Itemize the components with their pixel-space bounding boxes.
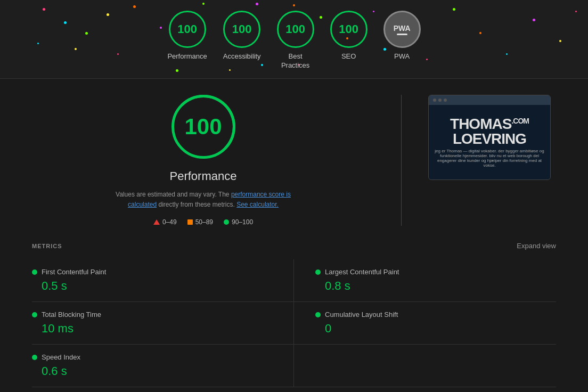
pwa-label: PWA [394, 52, 410, 61]
score-performance[interactable]: 100 Performance [167, 11, 207, 61]
screenshot-bar [429, 95, 550, 105]
score-seo[interactable]: 100 SEO [330, 11, 368, 61]
metric-cls: Cumulative Layout Shift 0 [294, 302, 556, 345]
legend-green: 90–100 [224, 218, 253, 226]
best-practices-circle: 100 [277, 11, 314, 48]
pwa-dash [397, 34, 407, 35]
red-triangle-icon [153, 219, 160, 225]
browser-dot-3 [444, 99, 447, 102]
perf-title: Performance [170, 169, 237, 183]
left-panel: 100 Performance Values are estimated and… [32, 95, 374, 226]
browser-dot-1 [433, 99, 436, 102]
main-content: 100 Performance Values are estimated and… [0, 79, 588, 392]
screenshot-content: THOMAS.COM LOEVRING jeg er Thomas — digi… [429, 105, 550, 179]
seo-label: SEO [341, 52, 356, 61]
brand-display: THOMAS.COM LOEVRING jeg er Thomas — digi… [434, 117, 545, 168]
brand-name-line1: THOMAS.COM [434, 117, 545, 132]
green-dot-icon [224, 219, 229, 225]
metric-empty [294, 345, 556, 387]
score-best-practices[interactable]: 100 BestPractices [277, 11, 314, 70]
accessibility-circle: 100 [223, 11, 260, 48]
screenshot-frame: THOMAS.COM LOEVRING jeg er Thomas — digi… [428, 95, 551, 180]
metrics-section: METRICS Expand view First Contentful Pai… [32, 242, 556, 387]
seo-circle: 100 [330, 11, 368, 48]
metric-tbt-value: 10 ms [32, 322, 272, 336]
big-score-circle: 100 [172, 95, 235, 159]
accessibility-label: Accessibility [223, 52, 261, 61]
legend: 0–49 50–89 90–100 [153, 218, 253, 226]
metric-si-value: 0.6 s [32, 364, 272, 378]
best-practices-label: BestPractices [281, 52, 309, 70]
screenshot-panel: THOMAS.COM LOEVRING jeg er Thomas — digi… [428, 95, 556, 180]
metric-lcp-dot [315, 270, 321, 275]
score-pwa[interactable]: PWA PWA [383, 11, 421, 61]
metric-cls-dot [315, 312, 321, 317]
performance-circle: 100 [169, 11, 206, 48]
metric-fcp-value: 0.5 s [32, 279, 272, 293]
metric-fcp-dot [32, 270, 37, 275]
metric-tbt: Total Blocking Time 10 ms [32, 302, 294, 345]
metric-si: Speed Index 0.6 s [32, 345, 294, 387]
legend-green-range: 90–100 [232, 218, 253, 226]
metric-lcp: Largest Contentful Paint 0.8 s [294, 259, 556, 302]
top-section: 100 Performance Values are estimated and… [32, 95, 556, 226]
calculator-link[interactable]: See calculator. [236, 201, 279, 208]
legend-red: 0–49 [153, 218, 177, 226]
perf-desc-prefix: Values are estimated and may vary. The [116, 191, 229, 198]
metric-fcp-label: First Contentful Paint [42, 268, 106, 276]
metric-lcp-label: Largest Contentful Paint [325, 268, 399, 276]
legend-orange-range: 50–89 [195, 218, 213, 226]
metric-si-dot [32, 355, 37, 360]
metric-tbt-label: Total Blocking Time [42, 311, 101, 318]
metric-cls-label: Cumulative Layout Shift [325, 311, 398, 318]
vertical-divider [401, 95, 402, 226]
perf-description: Values are estimated and may vary. The p… [113, 190, 294, 210]
legend-orange: 50–89 [187, 218, 213, 226]
expand-view-button[interactable]: Expand view [517, 242, 556, 250]
perf-desc-mid: directly from these metrics. [158, 201, 234, 208]
browser-dot-2 [438, 99, 442, 102]
pwa-circle: PWA [383, 11, 421, 48]
metrics-grid: First Contentful Paint 0.5 s Largest Con… [32, 259, 556, 387]
metric-si-label: Speed Index [42, 353, 80, 361]
metric-tbt-dot [32, 312, 37, 317]
metric-fcp: First Contentful Paint 0.5 s [32, 259, 294, 302]
score-accessibility[interactable]: 100 Accessibility [223, 11, 261, 61]
legend-red-range: 0–49 [162, 218, 177, 226]
metrics-title: METRICS [32, 243, 62, 249]
header: 100 Performance 100 Accessibility 100 Be… [0, 0, 588, 79]
orange-square-icon [187, 219, 193, 225]
performance-label: Performance [167, 52, 207, 61]
metrics-header: METRICS Expand view [32, 242, 556, 253]
metric-cls-value: 0 [315, 322, 556, 336]
brand-name-line2: LOEVRING [434, 132, 545, 146]
metric-lcp-value: 0.8 s [315, 279, 556, 293]
big-score-value: 100 [184, 114, 222, 140]
brand-subtext: jeg er Thomas — digital vokaber. der byg… [434, 149, 545, 168]
